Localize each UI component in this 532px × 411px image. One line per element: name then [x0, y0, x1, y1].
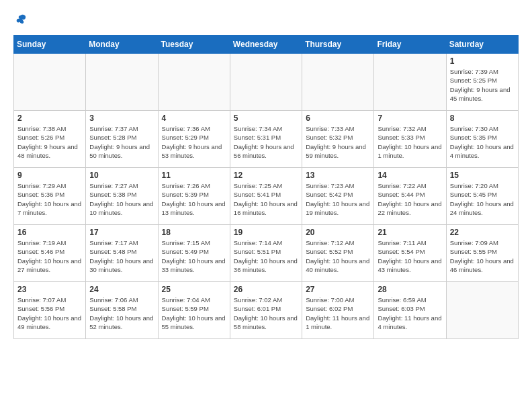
day-info: Sunrise: 7:38 AM Sunset: 5:26 PM Dayligh…: [17, 124, 82, 160]
day-info: Sunrise: 7:23 AM Sunset: 5:42 PM Dayligh…: [306, 181, 370, 217]
day-number: 24: [89, 285, 154, 294]
day-number: 12: [234, 171, 298, 180]
calendar-cell: 12Sunrise: 7:25 AM Sunset: 5:41 PM Dayli…: [230, 168, 302, 225]
calendar-cell: 11Sunrise: 7:26 AM Sunset: 5:39 PM Dayli…: [158, 168, 230, 225]
calendar-cell: 3Sunrise: 7:37 AM Sunset: 5:28 PM Daylig…: [86, 111, 158, 168]
day-info: Sunrise: 7:25 AM Sunset: 5:41 PM Dayligh…: [234, 181, 298, 217]
day-number: 22: [450, 228, 515, 237]
day-info: Sunrise: 7:15 AM Sunset: 5:49 PM Dayligh…: [162, 238, 226, 274]
day-info: Sunrise: 7:11 AM Sunset: 5:54 PM Dayligh…: [378, 238, 442, 274]
day-number: 7: [378, 113, 442, 123]
calendar-cell: 6Sunrise: 7:33 AM Sunset: 5:32 PM Daylig…: [302, 111, 374, 168]
calendar-cell: 26Sunrise: 7:02 AM Sunset: 6:01 PM Dayli…: [230, 282, 302, 339]
day-number: 8: [450, 113, 515, 123]
calendar-table: SundayMondayTuesdayWednesdayThursdayFrid…: [13, 35, 519, 339]
day-number: 13: [306, 171, 370, 180]
day-number: 19: [234, 228, 298, 237]
calendar-cell: 10Sunrise: 7:27 AM Sunset: 5:38 PM Dayli…: [86, 168, 158, 225]
day-info: Sunrise: 7:32 AM Sunset: 5:33 PM Dayligh…: [378, 124, 442, 160]
day-info: Sunrise: 7:14 AM Sunset: 5:51 PM Dayligh…: [234, 238, 298, 274]
week-row-2: 2Sunrise: 7:38 AM Sunset: 5:26 PM Daylig…: [14, 111, 519, 168]
calendar-header-wednesday: Wednesday: [230, 36, 302, 54]
day-number: 10: [89, 171, 154, 180]
calendar-header-thursday: Thursday: [302, 36, 374, 54]
calendar-cell: 23Sunrise: 7:07 AM Sunset: 5:56 PM Dayli…: [14, 282, 86, 339]
calendar-cell: 9Sunrise: 7:29 AM Sunset: 5:36 PM Daylig…: [14, 168, 86, 225]
calendar-cell: 21Sunrise: 7:11 AM Sunset: 5:54 PM Dayli…: [374, 225, 446, 282]
day-number: 20: [306, 228, 370, 237]
day-number: 28: [378, 285, 442, 294]
day-info: Sunrise: 7:29 AM Sunset: 5:36 PM Dayligh…: [17, 181, 82, 217]
day-info: Sunrise: 6:59 AM Sunset: 6:03 PM Dayligh…: [378, 295, 442, 331]
calendar-cell: 16Sunrise: 7:19 AM Sunset: 5:46 PM Dayli…: [14, 225, 86, 282]
day-number: 1: [450, 56, 515, 66]
week-row-5: 23Sunrise: 7:07 AM Sunset: 5:56 PM Dayli…: [14, 282, 519, 339]
day-number: 11: [162, 171, 226, 180]
day-info: Sunrise: 7:37 AM Sunset: 5:28 PM Dayligh…: [89, 124, 154, 160]
calendar-header-sunday: Sunday: [14, 36, 86, 54]
calendar-cell: 18Sunrise: 7:15 AM Sunset: 5:49 PM Dayli…: [158, 225, 230, 282]
calendar-cell: 27Sunrise: 7:00 AM Sunset: 6:02 PM Dayli…: [302, 282, 374, 339]
calendar-header-monday: Monday: [86, 36, 158, 54]
week-row-4: 16Sunrise: 7:19 AM Sunset: 5:46 PM Dayli…: [14, 225, 519, 282]
calendar-cell: 5Sunrise: 7:34 AM Sunset: 5:31 PM Daylig…: [230, 111, 302, 168]
day-number: 2: [17, 113, 82, 123]
calendar-header-friday: Friday: [374, 36, 446, 54]
week-row-3: 9Sunrise: 7:29 AM Sunset: 5:36 PM Daylig…: [14, 168, 519, 225]
calendar-cell: 1Sunrise: 7:39 AM Sunset: 5:25 PM Daylig…: [446, 54, 518, 111]
day-info: Sunrise: 7:34 AM Sunset: 5:31 PM Dayligh…: [234, 124, 298, 160]
day-number: 3: [89, 113, 154, 123]
day-info: Sunrise: 7:22 AM Sunset: 5:44 PM Dayligh…: [378, 181, 442, 217]
day-number: 23: [17, 285, 82, 294]
day-number: 4: [162, 113, 226, 123]
day-info: Sunrise: 7:04 AM Sunset: 5:59 PM Dayligh…: [162, 295, 226, 331]
calendar-cell: 20Sunrise: 7:12 AM Sunset: 5:52 PM Dayli…: [302, 225, 374, 282]
calendar-cell: 22Sunrise: 7:09 AM Sunset: 5:55 PM Dayli…: [446, 225, 518, 282]
calendar-cell: 4Sunrise: 7:36 AM Sunset: 5:29 PM Daylig…: [158, 111, 230, 168]
calendar-cell: 13Sunrise: 7:23 AM Sunset: 5:42 PM Dayli…: [302, 168, 374, 225]
calendar-cell: 19Sunrise: 7:14 AM Sunset: 5:51 PM Dayli…: [230, 225, 302, 282]
day-info: Sunrise: 7:17 AM Sunset: 5:48 PM Dayligh…: [89, 238, 154, 274]
calendar-cell: 17Sunrise: 7:17 AM Sunset: 5:48 PM Dayli…: [86, 225, 158, 282]
calendar-cell: 14Sunrise: 7:22 AM Sunset: 5:44 PM Dayli…: [374, 168, 446, 225]
logo: [13, 13, 27, 28]
day-info: Sunrise: 7:33 AM Sunset: 5:32 PM Dayligh…: [306, 124, 370, 160]
calendar-cell: 25Sunrise: 7:04 AM Sunset: 5:59 PM Dayli…: [158, 282, 230, 339]
day-number: 15: [450, 171, 515, 180]
day-info: Sunrise: 7:07 AM Sunset: 5:56 PM Dayligh…: [17, 295, 82, 331]
day-info: Sunrise: 7:26 AM Sunset: 5:39 PM Dayligh…: [162, 181, 226, 217]
day-info: Sunrise: 7:27 AM Sunset: 5:38 PM Dayligh…: [89, 181, 154, 217]
day-number: 5: [234, 113, 298, 123]
calendar-cell: [446, 282, 518, 339]
day-info: Sunrise: 7:12 AM Sunset: 5:52 PM Dayligh…: [306, 238, 370, 274]
calendar-cell: 2Sunrise: 7:38 AM Sunset: 5:26 PM Daylig…: [14, 111, 86, 168]
day-number: 27: [306, 285, 370, 294]
day-number: 14: [378, 171, 442, 180]
calendar-cell: 7Sunrise: 7:32 AM Sunset: 5:33 PM Daylig…: [374, 111, 446, 168]
calendar-cell: 8Sunrise: 7:30 AM Sunset: 5:35 PM Daylig…: [446, 111, 518, 168]
day-info: Sunrise: 7:00 AM Sunset: 6:02 PM Dayligh…: [306, 295, 370, 331]
calendar-cell: [374, 54, 446, 111]
day-number: 26: [234, 285, 298, 294]
calendar-cell: [14, 54, 86, 111]
day-number: 25: [162, 285, 226, 294]
calendar-cell: 28Sunrise: 6:59 AM Sunset: 6:03 PM Dayli…: [374, 282, 446, 339]
calendar-cell: 24Sunrise: 7:06 AM Sunset: 5:58 PM Dayli…: [86, 282, 158, 339]
day-number: 16: [17, 228, 82, 237]
calendar-cell: [86, 54, 158, 111]
calendar-cell: [158, 54, 230, 111]
week-row-1: 1Sunrise: 7:39 AM Sunset: 5:25 PM Daylig…: [14, 54, 519, 111]
day-number: 6: [306, 113, 370, 123]
day-info: Sunrise: 7:19 AM Sunset: 5:46 PM Dayligh…: [17, 238, 82, 274]
day-info: Sunrise: 7:30 AM Sunset: 5:35 PM Dayligh…: [450, 124, 515, 160]
day-info: Sunrise: 7:20 AM Sunset: 5:45 PM Dayligh…: [450, 181, 515, 217]
day-number: 21: [378, 228, 442, 237]
day-info: Sunrise: 7:02 AM Sunset: 6:01 PM Dayligh…: [234, 295, 298, 331]
calendar-header-saturday: Saturday: [446, 36, 518, 54]
calendar-cell: 15Sunrise: 7:20 AM Sunset: 5:45 PM Dayli…: [446, 168, 518, 225]
day-info: Sunrise: 7:09 AM Sunset: 5:55 PM Dayligh…: [450, 238, 515, 274]
logo-bird-icon: [15, 13, 27, 26]
day-number: 17: [89, 228, 154, 237]
calendar-cell: [230, 54, 302, 111]
calendar-header-row: SundayMondayTuesdayWednesdayThursdayFrid…: [14, 36, 519, 54]
